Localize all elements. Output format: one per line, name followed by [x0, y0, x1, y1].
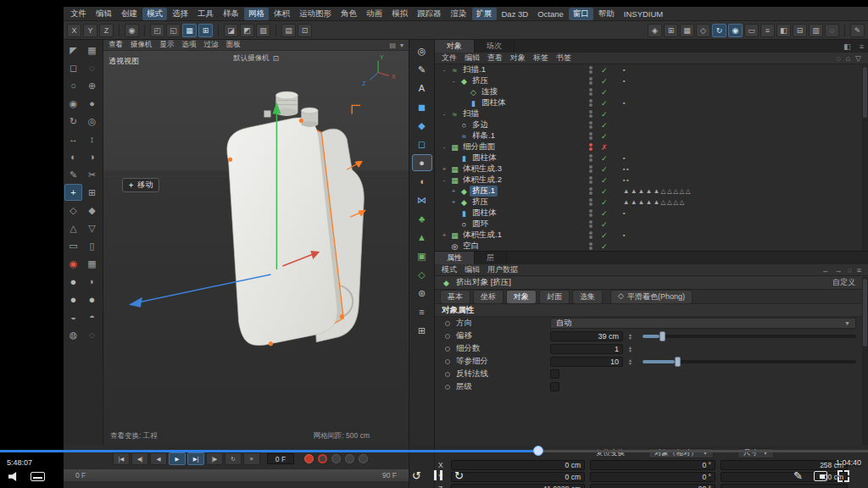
attribute-menu-item[interactable]: 用户数据: [487, 264, 518, 275]
object-name[interactable]: 样条.1: [470, 130, 498, 141]
object-tags[interactable]: ▪: [623, 231, 626, 239]
create-palette-icon[interactable]: ≡: [412, 303, 432, 320]
tab-objects[interactable]: 对象: [435, 40, 475, 53]
attribute-menu-icon[interactable]: →: [834, 266, 842, 274]
tool-icon[interactable]: ●: [83, 291, 101, 308]
attribute-tab-button[interactable]: 基本: [440, 290, 470, 304]
menu-item[interactable]: 角色: [337, 8, 361, 20]
object-tags[interactable]: ▪▪: [623, 176, 630, 184]
visibility-dots[interactable]: [589, 242, 593, 250]
tool-icon[interactable]: ↕: [83, 130, 101, 147]
visibility-dots[interactable]: [589, 99, 593, 107]
rotation-input[interactable]: 0 °: [590, 472, 715, 482]
tool-icon[interactable]: ↔: [64, 130, 82, 147]
enable-checkmark[interactable]: ✗: [601, 143, 608, 152]
viewport-menu-item[interactable]: 选项: [182, 40, 197, 50]
panel-icon[interactable]: ≡: [855, 40, 868, 53]
menu-item[interactable]: 模拟: [387, 8, 412, 20]
tool-icon[interactable]: ◍: [64, 326, 82, 343]
object-name[interactable]: 多边: [470, 119, 491, 130]
create-palette-icon[interactable]: ◇: [412, 266, 432, 283]
menu-item[interactable]: INSYDIUM: [620, 8, 667, 19]
direction-dropdown[interactable]: 自动▼: [550, 318, 856, 329]
panel-icon[interactable]: ◧: [839, 40, 855, 53]
object-tree-row[interactable]: ○ 多边 ✓: [435, 119, 868, 130]
keyframe-dot[interactable]: [445, 347, 450, 352]
object-name[interactable]: 空白: [460, 241, 481, 251]
fullscreen-icon[interactable]: [837, 470, 849, 482]
tool-icon[interactable]: ◌: [83, 326, 101, 343]
attribute-menu-icon[interactable]: ◌: [847, 266, 851, 274]
tool-icon[interactable]: ◓: [83, 308, 101, 325]
size-input[interactable]: 258 cm: [721, 460, 848, 470]
viewport-header-icon[interactable]: ▤: [389, 42, 396, 49]
toolbar-icon[interactable]: ↻: [712, 24, 726, 37]
expand-toggle[interactable]: +: [449, 198, 458, 206]
render-button[interactable]: ◪: [224, 24, 238, 37]
keyframe-dot[interactable]: [445, 334, 450, 339]
object-tree-row[interactable]: - ▦ 体积生成.2 ✓ ▪▪: [435, 175, 868, 186]
create-palette-icon[interactable]: ♣: [412, 210, 432, 227]
tool-icon[interactable]: ▽: [83, 219, 101, 236]
tool-icon[interactable]: ●: [64, 291, 82, 308]
object-name[interactable]: 体积生成.1: [460, 230, 504, 241]
record-button[interactable]: [304, 454, 314, 463]
tool-icon[interactable]: ◆: [83, 202, 101, 219]
keyframe-dot[interactable]: [445, 321, 450, 326]
object-tree-row[interactable]: + ▦ 体积生成.1 ✓ ▪: [435, 230, 868, 241]
size-input[interactable]: [721, 484, 848, 488]
enable-checkmark[interactable]: ✓: [601, 154, 608, 163]
transport-button[interactable]: ▶|: [187, 452, 204, 465]
create-palette-icon[interactable]: ◻: [412, 136, 432, 152]
transport-button[interactable]: ↻: [225, 452, 242, 465]
tool-icon[interactable]: ⊕: [83, 77, 101, 94]
tool-icon[interactable]: ●: [64, 273, 82, 290]
visibility-dots[interactable]: [589, 176, 593, 184]
tool-icon[interactable]: +: [64, 184, 82, 201]
object-name[interactable]: 扫描: [460, 108, 481, 119]
size-input[interactable]: 400 cm: [721, 472, 848, 482]
tool-icon[interactable]: ▦: [83, 255, 101, 272]
forward-icon[interactable]: ↻: [454, 469, 464, 482]
object-tree-row[interactable]: ▮ 圆柱体 ✓ ▪: [435, 208, 868, 219]
menu-item[interactable]: 创建: [117, 8, 142, 20]
enable-checkmark[interactable]: ✓: [601, 220, 608, 229]
visibility-dots[interactable]: [589, 66, 593, 74]
rewind-icon[interactable]: ↺: [412, 469, 421, 482]
section-object-properties[interactable]: 对象属性: [435, 304, 868, 317]
offset-input[interactable]: 39 cm: [550, 331, 623, 341]
object-name[interactable]: 体积生成.2: [460, 175, 504, 186]
phong-tab-button[interactable]: ◇ 平滑着色(Phong): [610, 290, 693, 304]
current-frame-field[interactable]: 0 F: [267, 453, 294, 464]
enable-checkmark[interactable]: ✓: [601, 77, 608, 86]
menu-item[interactable]: 选择: [168, 8, 192, 20]
object-tree-row[interactable]: ◇ 连接 ✓: [435, 86, 868, 97]
record-button[interactable]: [345, 454, 354, 463]
expand-toggle[interactable]: -: [449, 77, 458, 85]
axis-lock-button[interactable]: Z: [99, 24, 114, 37]
expand-toggle[interactable]: [449, 154, 458, 162]
slider-knob[interactable]: [675, 357, 681, 367]
menu-item[interactable]: 帮助: [594, 8, 619, 20]
tool-icon[interactable]: ◇: [64, 202, 82, 219]
miniplayer-icon[interactable]: [814, 471, 827, 481]
customize-button[interactable]: 自定义: [832, 277, 855, 288]
toolbar-icon[interactable]: ◇: [696, 24, 710, 37]
tool-icon[interactable]: ✎: [64, 166, 82, 183]
transport-button[interactable]: |◀: [113, 452, 130, 465]
keyframe-dot[interactable]: [445, 359, 450, 364]
visibility-dots[interactable]: [589, 220, 593, 228]
tool-icon[interactable]: ◌: [83, 59, 101, 76]
toolbar-icon[interactable]: ◉: [728, 24, 743, 37]
enable-checkmark[interactable]: ✓: [601, 231, 608, 240]
object-tree-row[interactable]: + ▦ 体积生成.3 ✓ ▪▪: [435, 164, 868, 175]
tab-layers[interactable]: 层: [475, 252, 507, 264]
tool-icon[interactable]: ✂: [83, 166, 101, 183]
menu-item[interactable]: 模式: [142, 8, 167, 20]
edit-layout-icon[interactable]: ✎: [850, 24, 865, 37]
volume-icon[interactable]: [8, 472, 19, 481]
expand-toggle[interactable]: +: [449, 187, 458, 195]
object-tags[interactable]: ▪: [623, 154, 626, 162]
visibility-dots[interactable]: [589, 121, 593, 129]
snap-toggle-icon[interactable]: ⊞: [198, 24, 213, 37]
